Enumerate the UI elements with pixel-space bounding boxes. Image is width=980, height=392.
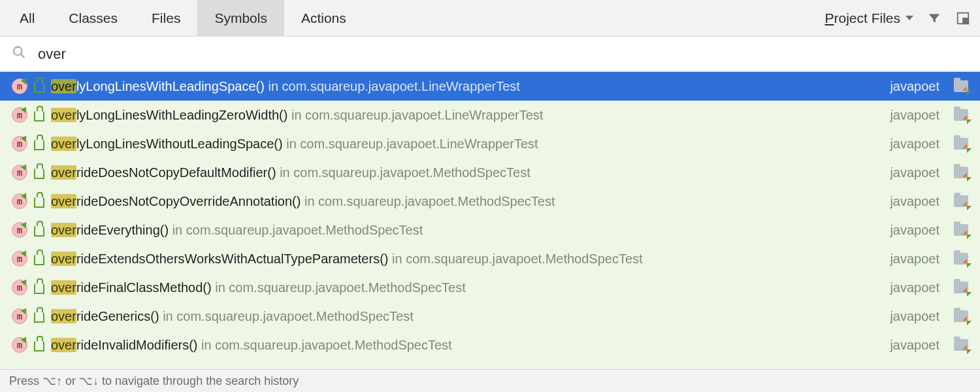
lock-icon [34, 226, 44, 237]
lock-icon [34, 169, 44, 179]
module-label: javapoet [890, 165, 939, 180]
lock-icon [34, 341, 44, 351]
tab-all[interactable]: All [3, 0, 52, 37]
source-folder-icon [954, 109, 968, 121]
scope-dropdown[interactable]: Project Files [818, 10, 920, 26]
scope-label: roject Files [834, 10, 900, 25]
result-label: overrideInvalidModifiers() in com.square… [51, 338, 452, 353]
lock-icon [34, 82, 44, 93]
module-label: javapoet [890, 137, 939, 152]
lock-icon [34, 255, 44, 265]
module-label: javapoet [890, 338, 939, 353]
result-label: overrideGenerics() in com.squareup.javap… [51, 309, 414, 324]
lock-icon [34, 284, 44, 294]
scope-mnemonic: P [825, 10, 834, 25]
tab-symbols[interactable]: Symbols [197, 0, 284, 37]
results-list: moverlyLongLinesWithLeadingSpace() in co… [0, 72, 980, 369]
module-label: javapoet [890, 79, 939, 94]
result-row[interactable]: moverlyLongLinesWithLeadingZeroWidth() i… [0, 101, 980, 129]
svg-line-3 [21, 54, 25, 58]
result-label: overlyLongLinesWithLeadingZeroWidth() in… [51, 108, 543, 123]
tab-classes[interactable]: Classes [52, 0, 135, 37]
result-row[interactable]: moverrideExtendsOthersWorksWithActualTyp… [0, 244, 980, 273]
result-row[interactable]: moverrideEverything() in com.squareup.ja… [0, 216, 980, 244]
result-label: overrideExtendsOthersWorksWithActualType… [51, 252, 643, 267]
result-row[interactable]: moverlyLongLinesWithoutLeadingSpace() in… [0, 129, 980, 158]
source-folder-icon [954, 253, 968, 265]
filter-icon[interactable] [923, 7, 946, 30]
source-folder-icon [954, 224, 968, 236]
source-folder-icon [954, 310, 968, 322]
lock-icon [34, 197, 44, 208]
footer-hint: Press ⌥↑ or ⌥↓ to navigate through the s… [0, 369, 980, 392]
method-icon: m [12, 136, 27, 152]
pin-tool-window-icon[interactable] [951, 7, 975, 30]
method-icon: m [12, 193, 27, 209]
lock-icon [34, 140, 44, 150]
result-label: overrideEverything() in com.squareup.jav… [51, 223, 423, 238]
module-label: javapoet [890, 252, 939, 267]
method-icon: m [12, 280, 27, 295]
chevron-down-icon [906, 16, 913, 20]
result-label: overrideDoesNotCopyOverrideAnnotation() … [51, 194, 555, 209]
source-folder-icon [954, 138, 968, 150]
module-label: javapoet [890, 194, 939, 209]
method-icon: m [12, 165, 27, 180]
module-label: javapoet [890, 309, 939, 324]
method-icon: m [12, 251, 27, 267]
method-icon: m [12, 222, 27, 238]
module-label: javapoet [890, 223, 939, 238]
method-icon: m [12, 107, 27, 123]
lock-icon [34, 312, 44, 323]
tab-bar: All Classes Files Symbols Actions Projec… [0, 0, 980, 37]
tab-actions[interactable]: Actions [284, 0, 363, 37]
result-label: overlyLongLinesWithLeadingSpace() in com… [51, 79, 520, 94]
result-row[interactable]: moverrideDoesNotCopyOverrideAnnotation()… [0, 187, 980, 216]
result-row[interactable]: moverrideGenerics() in com.squareup.java… [0, 302, 980, 331]
result-label: overlyLongLinesWithoutLeadingSpace() in … [51, 137, 538, 152]
source-folder-icon [954, 80, 968, 92]
result-label: overrideFinalClassMethod() in com.square… [51, 280, 466, 295]
result-label: overrideDoesNotCopyDefaultModifier() in … [51, 165, 531, 180]
result-row[interactable]: moverlyLongLinesWithLeadingSpace() in co… [0, 72, 980, 101]
result-row[interactable]: moverrideFinalClassMethod() in com.squar… [0, 273, 980, 302]
module-label: javapoet [890, 280, 939, 295]
source-folder-icon [954, 282, 968, 293]
search-icon [12, 45, 26, 63]
source-folder-icon [954, 167, 968, 178]
search-input[interactable] [38, 46, 968, 63]
method-icon: m [12, 78, 27, 94]
result-row[interactable]: moverrideDoesNotCopyDefaultModifier() in… [0, 158, 980, 187]
svg-rect-1 [963, 18, 968, 24]
method-icon: m [12, 308, 27, 324]
source-folder-icon [954, 195, 968, 207]
source-folder-icon [954, 339, 968, 351]
module-label: javapoet [890, 108, 939, 123]
svg-point-2 [14, 47, 22, 56]
method-icon: m [12, 337, 27, 353]
tab-files[interactable]: Files [135, 0, 197, 37]
search-row [0, 37, 980, 72]
result-row[interactable]: moverrideInvalidModifiers() in com.squar… [0, 331, 980, 359]
lock-icon [34, 111, 44, 122]
